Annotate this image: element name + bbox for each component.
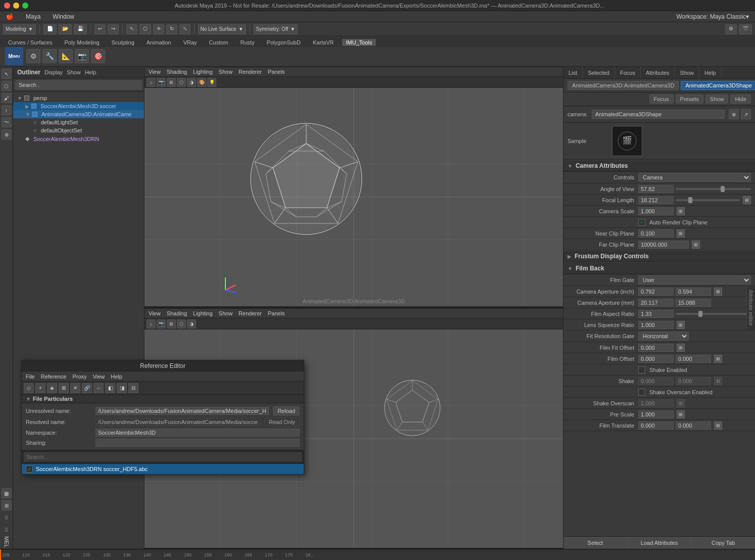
ref-tb-btn-10[interactable]: ⊟ [128, 383, 138, 393]
nearclip-input[interactable] [638, 229, 674, 238]
snap-btn[interactable]: ⊕ [2, 129, 12, 139]
filmtranslate-icon[interactable]: ⊞ [714, 422, 722, 430]
ref-sharing-input[interactable] [96, 439, 300, 447]
camera-pick-icon[interactable]: ⊕ [729, 109, 739, 119]
ref-readonly-btn[interactable]: Read Only [264, 417, 300, 427]
ref-list-item-soccer[interactable]: ✓ SoccerAlembicMesh3DRN soccer_HDF5.abc [22, 464, 304, 474]
vp-top-texture-btn[interactable]: 🎨 [197, 78, 206, 87]
shelf-icon-5[interactable]: 🎯 [91, 49, 105, 63]
ref-help-menu[interactable]: Help [111, 374, 122, 380]
select-tool[interactable]: ↖ [126, 24, 137, 34]
farclip-input[interactable] [638, 241, 689, 249]
viewport-top[interactable]: AnimatedCamera3D:AnimatedCamera3D [145, 88, 563, 307]
vp-bot-wire-btn[interactable]: ⬡ [177, 319, 186, 329]
shelf-tab-imu-tools[interactable]: IMU_Tools [342, 39, 376, 46]
close-button[interactable] [4, 3, 10, 9]
ref-tb-btn-2[interactable]: + [35, 383, 45, 393]
minimize-button[interactable] [13, 3, 19, 9]
ref-proxy-menu[interactable]: Proxy [73, 374, 87, 380]
ref-minimize-btn[interactable] [35, 363, 41, 369]
ref-list-search-input[interactable] [24, 452, 302, 461]
shelf-tab-custom[interactable]: Custom [205, 39, 232, 46]
camera-field-input[interactable] [592, 110, 725, 119]
select-bottom-btn[interactable]: Select [563, 537, 628, 549]
save-scene-btn[interactable]: 💾 [74, 24, 87, 34]
hide-btn[interactable]: Hide [730, 95, 751, 104]
shelf-tab-kartavr[interactable]: KartaVR [309, 39, 338, 46]
ref-tb-btn-8[interactable]: ◧ [105, 383, 115, 393]
vp-top-cam-btn[interactable]: 📷 [157, 78, 166, 87]
vp-bot-renderer-menu[interactable]: Renderer [239, 310, 262, 316]
farclip-icon[interactable]: ⊞ [692, 241, 700, 249]
attr-node-tab-animcam3d[interactable]: AnimatedCamera3D:AnimatedCamera3D [568, 81, 679, 90]
vp-bot-lighting-menu[interactable]: Lighting [193, 310, 213, 316]
lenssqueeze-input[interactable] [638, 321, 674, 329]
ref-zoom-btn[interactable] [44, 363, 50, 369]
autoclip-checkbox[interactable]: ✓ [638, 219, 645, 226]
workspace-dropdown[interactable]: Workspace: Maya Classic▾ [674, 13, 751, 20]
aspect-input[interactable] [638, 310, 674, 318]
aperture-mm-y-input[interactable] [676, 299, 711, 307]
focal-input[interactable] [638, 196, 674, 204]
vp-bot-grid-btn[interactable]: ⊞ [167, 319, 176, 329]
filmoffset-x-input[interactable] [638, 355, 674, 363]
vp-top-wire-btn[interactable]: ⬡ [177, 78, 186, 87]
vp-top-home-btn[interactable]: ⌂ [147, 78, 156, 87]
outliner-search-input[interactable] [15, 80, 142, 89]
app-menu[interactable]: Maya [24, 13, 42, 20]
filmback-section-header[interactable]: ▼ Film Back [563, 262, 755, 274]
tree-item-persp[interactable]: ▼ persp [13, 94, 144, 102]
live-surface-dropdown[interactable]: No Live Surface ▼ [198, 24, 246, 34]
load-attrs-bottom-btn[interactable]: Load Attributes [628, 537, 692, 549]
shelf-tab-poly-modeling[interactable]: Poly Modeling [60, 39, 103, 46]
shake-enabled-checkbox[interactable] [638, 366, 645, 374]
curve-btn[interactable]: 〜 [2, 117, 12, 127]
shakeoverscan-enabled-checkbox[interactable] [638, 389, 645, 396]
undo-btn[interactable]: ↩ [95, 24, 106, 34]
copy-tab-bottom-btn[interactable]: Copy Tab [691, 537, 755, 549]
shakeoverscan-icon[interactable]: ⊞ [677, 399, 685, 407]
grid-btn[interactable]: ⊞ [2, 500, 12, 510]
rotate-tool[interactable]: ↻ [166, 24, 177, 34]
vp-top-shaded-btn[interactable]: ◑ [187, 78, 196, 87]
apple-menu[interactable]: 🍎 [4, 13, 16, 20]
shake-x-input[interactable] [638, 377, 674, 385]
ref-view-menu[interactable]: View [93, 374, 105, 380]
shelf-icon-2[interactable]: 🔧 [42, 49, 57, 63]
ref-reference-menu[interactable]: Reference [41, 374, 67, 380]
focal-slider[interactable] [676, 199, 740, 201]
shelf-tab-sculpting[interactable]: Sculpting [108, 39, 138, 46]
filmfitoffset-input[interactable] [638, 344, 674, 352]
render-settings-btn[interactable]: ⚙ [725, 24, 737, 34]
shelf-tab-vray[interactable]: VRay [179, 39, 201, 46]
filmfitoffset-icon[interactable]: ⊞ [677, 344, 685, 352]
maximize-button[interactable] [22, 3, 28, 9]
aspect-slider[interactable] [676, 313, 751, 315]
show-btn[interactable]: Show [705, 95, 729, 104]
outliner-show-menu[interactable]: Show [67, 69, 81, 75]
frustum-section-header[interactable]: ▶ Frustum Display Controls [563, 250, 755, 262]
vp-top-renderer-menu[interactable]: Renderer [239, 69, 262, 75]
ref-tb-btn-3[interactable]: ◈ [47, 383, 57, 393]
aov-input[interactable] [638, 185, 674, 193]
tree-item-lightset[interactable]: ○ defaultLightSet [13, 118, 144, 126]
aperture-inch-y-input[interactable] [676, 288, 711, 296]
ref-tb-btn-9[interactable]: ◨ [117, 383, 127, 393]
vp-bot-panels-menu[interactable]: Panels [268, 310, 285, 316]
ref-namespace-input[interactable] [96, 429, 300, 437]
vp-top-show-menu[interactable]: Show [219, 69, 233, 75]
lasso-mode-btn[interactable]: ⬡ [2, 81, 12, 91]
symmetry-dropdown[interactable]: Symmetry: Off ▼ [254, 24, 298, 34]
attr-node-tab-shape[interactable]: AnimatedCamera3DShape [681, 81, 755, 90]
ref-tb-btn-5[interactable]: ✕ [70, 383, 80, 393]
filmtranslate-y-input[interactable] [676, 422, 711, 430]
ref-expand-arrow[interactable]: ▼ [26, 396, 31, 402]
focal-icon[interactable]: ⊞ [743, 196, 751, 204]
attr-tab-attributes[interactable]: Attributes [641, 67, 675, 78]
shelf-tab-polygonsubd[interactable]: PolygonSubD [263, 39, 305, 46]
move-tool[interactable]: ✛ [153, 24, 164, 34]
aperture-inch-x-input[interactable] [638, 288, 674, 296]
shelf-icon-3[interactable]: 📐 [59, 49, 73, 63]
vp-top-light-btn[interactable]: 💡 [207, 78, 216, 87]
filmgate-dropdown[interactable]: User [638, 275, 751, 285]
